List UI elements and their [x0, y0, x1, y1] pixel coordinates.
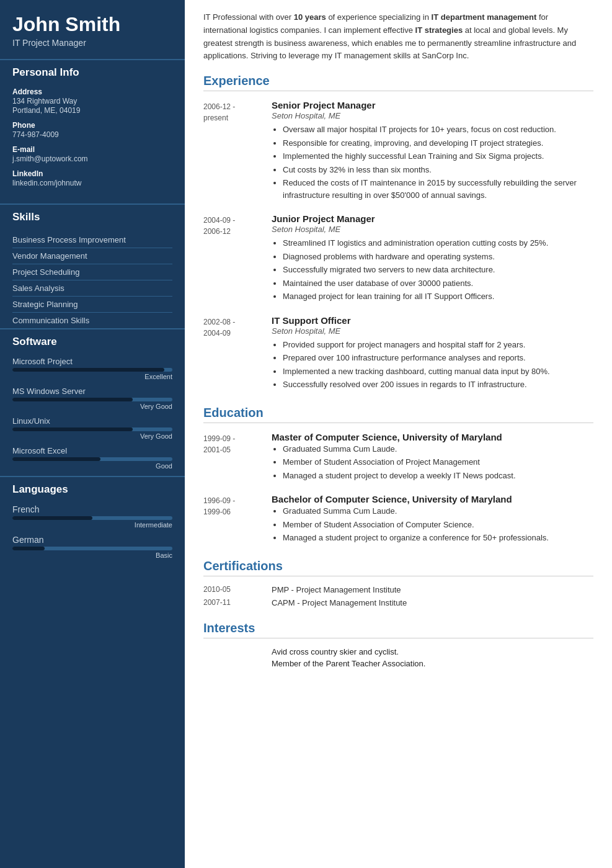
bullet-item: Reduced the costs of IT maintenance in 2… [283, 177, 593, 201]
linkedin-value: linkedin.com/johnutw [12, 179, 172, 187]
entry-bullets: Provided support for project managers an… [272, 339, 593, 391]
entry-date: 2004-09 -2006-12 [203, 213, 272, 304]
cert-name: CAPM - Project Management Institute [272, 598, 407, 607]
cert-date: 2007-11 [203, 598, 272, 607]
entry: 2002-08 -2004-09 IT Support Officer Seto… [203, 315, 593, 392]
software-item: Microsoft Project Excellent [0, 357, 185, 387]
software-bar-fill [12, 427, 133, 431]
experience-section: Experience 2006-12 -present Senior Proje… [203, 74, 593, 392]
language-item: German Basic [0, 535, 185, 565]
skill-item: Communication Skills [12, 313, 172, 328]
entry-title: Junior Project Manager [272, 213, 593, 224]
language-level: Intermediate [12, 521, 172, 529]
bullet-item: Graduated Summa Cum Laude. [283, 443, 593, 455]
bullet-item: Oversaw all major hospital IT projects f… [283, 123, 593, 136]
entry-content: Bachelor of Computer Science, University… [272, 494, 593, 545]
entry-date: 1999-09 -2001-05 [203, 432, 272, 483]
entry-date: 2006-12 -present [203, 100, 272, 202]
bullet-item: Managed a student project to develop a w… [283, 470, 593, 482]
entry: 2006-12 -present Senior Project Manager … [203, 100, 593, 202]
bullet-item: Successfully migrated two servers to new… [283, 264, 593, 276]
address-line1: 134 Rightward Way [12, 97, 172, 105]
cert-entry: 2010-05 PMP - Project Management Institu… [203, 585, 593, 594]
experience-entries: 2006-12 -present Senior Project Manager … [203, 100, 593, 392]
personal-info-section: Address 134 Rightward Way Portland, ME, … [0, 87, 185, 204]
linkedin-label: LinkedIn [12, 169, 172, 178]
skill-item: Strategic Planning [12, 297, 172, 313]
entry-org: Seton Hospital, ME [272, 111, 593, 120]
entry-bullets: Graduated Summa Cum Laude.Member of Stud… [272, 443, 593, 482]
interests-spacer [203, 647, 272, 671]
software-name: Linux/Unix [12, 416, 172, 426]
entry: 1999-09 -2001-05 Master of Computer Scie… [203, 432, 593, 483]
skill-item: Sales Analysis [12, 280, 172, 297]
phone-value: 774-987-4009 [12, 130, 172, 139]
entry-content: Junior Project Manager Seton Hospital, M… [272, 213, 593, 304]
experience-title: Experience [203, 74, 593, 91]
education-title: Education [203, 406, 593, 423]
job-title: IT Project Manager [12, 38, 172, 48]
language-bar-fill [12, 516, 92, 520]
software-bar-fill [12, 368, 164, 372]
entry-title: Bachelor of Computer Science, University… [272, 494, 593, 504]
software-level: Good [12, 462, 172, 470]
entry-bullets: Streamlined IT logistics and administrat… [272, 237, 593, 303]
entry-content: Master of Computer Science, University o… [272, 432, 593, 483]
entry-bullets: Oversaw all major hospital IT projects f… [272, 123, 593, 201]
sidebar: John Smith IT Project Manager Personal I… [0, 0, 185, 868]
main-content: IT Professional with over 10 years of ex… [185, 0, 612, 868]
bullet-item: Managed a student project to organize a … [283, 532, 593, 544]
bullet-item: Member of Student Association of Project… [283, 456, 593, 468]
language-bar-fill [12, 547, 45, 550]
interests-entries: Avid cross country skier and cyclist.Mem… [203, 647, 593, 671]
linkedin-item: LinkedIn linkedin.com/johnutw [12, 169, 172, 187]
address-line2: Portland, ME, 04019 [12, 106, 172, 115]
software-bar-bg [12, 427, 172, 431]
bullet-item: Prepared over 100 infrastructure perform… [283, 352, 593, 364]
skill-item: Vendor Management [12, 248, 172, 264]
education-section: Education 1999-09 -2001-05 Master of Com… [203, 406, 593, 545]
bullet-item: Implemented the highly successful Lean T… [283, 150, 593, 163]
cert-entry: 2007-11 CAPM - Project Management Instit… [203, 598, 593, 607]
skills-title: Skills [0, 204, 185, 228]
cert-date: 2010-05 [203, 585, 272, 594]
entry-content: Senior Project Manager Seton Hospital, M… [272, 100, 593, 202]
skill-item: Project Scheduling [12, 264, 172, 280]
languages-title: Languages [0, 476, 185, 501]
email-value: j.smith@uptowork.com [12, 154, 172, 163]
bullet-item: Provided support for project managers an… [283, 339, 593, 351]
software-name: Microsoft Excel [12, 446, 172, 455]
address-label: Address [12, 87, 172, 96]
cert-name: PMP - Project Management Institute [272, 585, 401, 594]
software-bar-fill [12, 398, 133, 401]
entry-title: Senior Project Manager [272, 100, 593, 110]
entry-title: IT Support Officer [272, 315, 593, 326]
entry-org: Seton Hospital, ME [272, 326, 593, 336]
skill-item: Business Process Improvement [12, 232, 172, 248]
bullet-item: Successfully resolved over 200 issues in… [283, 378, 593, 391]
software-level: Excellent [12, 373, 172, 380]
bullet-item: Diagnosed problems with hardware and ope… [283, 251, 593, 263]
skills-list: Business Process ImprovementVendor Manag… [0, 232, 185, 328]
entry: 2004-09 -2006-12 Junior Project Manager … [203, 213, 593, 304]
interest-item: Avid cross country skier and cyclist. [272, 647, 593, 656]
language-level: Basic [12, 552, 172, 559]
personal-info-title: Personal Info [0, 59, 185, 84]
software-bar-bg [12, 398, 172, 401]
software-name: MS Windows Server [12, 387, 172, 396]
address-item: Address 134 Rightward Way Portland, ME, … [12, 87, 172, 115]
software-item: Microsoft Excel Good [0, 446, 185, 476]
email-label: E-mail [12, 145, 172, 154]
software-item: MS Windows Server Very Good [0, 387, 185, 416]
language-name: French [12, 504, 172, 514]
cert-entries: 2010-05 PMP - Project Management Institu… [203, 585, 593, 607]
software-level: Very Good [12, 403, 172, 410]
summary: IT Professional with over 10 years of ex… [203, 11, 593, 63]
software-bar-bg [12, 368, 172, 372]
entry-content: IT Support Officer Seton Hospital, ME Pr… [272, 315, 593, 392]
interests-section: Interests Avid cross country skier and c… [203, 621, 593, 671]
software-list: Microsoft Project Excellent MS Windows S… [0, 357, 185, 476]
candidate-name: John Smith [12, 14, 172, 35]
bullet-item: Streamlined IT logistics and administrat… [283, 237, 593, 249]
interests-entry: Avid cross country skier and cyclist.Mem… [203, 647, 593, 671]
